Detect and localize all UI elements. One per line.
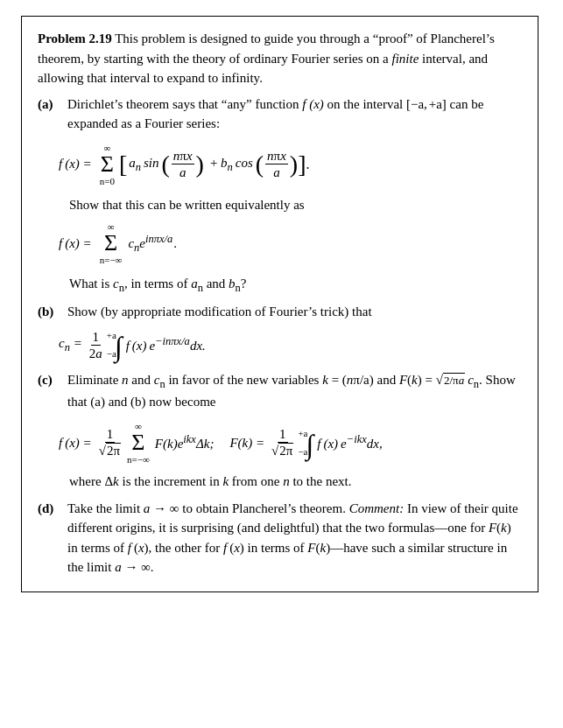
part-a-content: Dirichlet’s theorem says that “any” func… <box>67 94 522 134</box>
eq1-lhs: f (x) = <box>59 154 92 174</box>
eq2-body: cneinπx/a <box>128 231 172 256</box>
comment-label: Comment: <box>349 501 405 515</box>
eq2-sum-sigma: Σ <box>104 232 117 255</box>
part-a-text1: Dirichlet’s theorem says that “any” func… <box>67 97 302 111</box>
part-c-text2: and <box>129 373 154 387</box>
part-c-cn: cn <box>154 373 165 387</box>
eq1-close-bracket: ] <box>298 153 306 175</box>
eq1-frac2: nπx a <box>265 148 288 180</box>
eq2-sum-bot: n=−∞ <box>100 255 123 265</box>
eq4b-body: f (x) e−ikxdx, <box>317 431 382 454</box>
eq4b-integral-wrap: +a −a ∫ <box>298 429 313 457</box>
part-c-text4: and <box>374 373 399 387</box>
equation-3: cn = 1 2a +a −a ∫ f (x) e−inπx/adx. <box>59 329 522 361</box>
part-c-content: Eliminate n and cn in favor of the new v… <box>67 370 522 412</box>
part-d-content: Take the limit a → ∞ to obtain Planchere… <box>67 499 522 578</box>
part-b-text: Show (by appropriate modification of Fou… <box>67 304 372 318</box>
eq3-frac-num: 1 <box>91 329 102 346</box>
eq4b-Fk: F(k) = <box>229 433 264 453</box>
show-text: Show that this can be written equivalent… <box>69 198 305 212</box>
eq4a-frac-num: 1 <box>105 426 116 443</box>
eq1-frac1-num: nπx <box>172 148 194 164</box>
part-c-text3: in favor of the new variables <box>165 373 323 387</box>
part-b: (b) Show (by appropriate modification of… <box>38 302 522 322</box>
eq4b-frac-num: 1 <box>278 426 288 443</box>
part-d-label: (d) <box>38 499 67 519</box>
eq2-sum: ∞ Σ n=−∞ <box>100 221 123 265</box>
part-c: (c) Eliminate n and cn in favor of the n… <box>38 370 522 412</box>
part-a-fx: f (x) <box>302 97 324 111</box>
part-c-label: (c) <box>38 370 67 390</box>
part-a-label: (a) <box>38 94 67 115</box>
eq1-frac2-num: nπx <box>265 148 288 164</box>
delta-k-text: where Δk is the increment in k from one … <box>69 472 522 492</box>
eq3-frac-den: 2a <box>88 346 104 361</box>
eq1-frac2-den: a <box>271 164 282 180</box>
finite-word: finite <box>391 52 419 66</box>
eq1-an: an sin <box>129 153 161 176</box>
part-c-n: n <box>122 373 129 387</box>
eq3-frac: 1 2a <box>88 329 104 361</box>
eq4a-body: F(k)eikxΔk; <box>155 431 215 454</box>
eq1-period: . <box>306 154 310 175</box>
part-c-sqrt-wrap: √2/πa <box>436 373 465 387</box>
equation-2: f (x) = ∞ Σ n=−∞ cneinπx/a . <box>59 221 522 265</box>
part-a: (a) Dirichlet’s theorem says that “any” … <box>38 94 522 134</box>
problem-number: Problem 2.19 <box>38 32 112 46</box>
cn-question-text: What is cn, in terms of an and bn? <box>69 276 247 290</box>
eq1-sum-sigma: Σ <box>101 153 114 176</box>
eq1-plus-bn: + bn cos <box>207 153 256 176</box>
eq4a-frac-den: √2π <box>97 443 123 458</box>
eq4a-sum-sigma: Σ <box>131 431 144 454</box>
eq2-dot: . <box>173 234 177 254</box>
eq3-lhs: cn = <box>59 333 82 356</box>
eq3-body: f (x) e−inπx/adx. <box>126 333 206 356</box>
equation-1: f (x) = ∞ Σ n=0 [ an sin ( nπx a ) + bn … <box>59 143 522 186</box>
problem-box: Problem 2.19 This problem is designed to… <box>21 16 538 592</box>
problem-intro: Problem 2.19 This problem is designed to… <box>38 29 522 88</box>
part-d: (d) Take the limit a → ∞ to obtain Planc… <box>38 499 522 578</box>
eq1-close-paren2: ) <box>290 153 298 175</box>
delta-k-content: where Δk is the increment in k from one … <box>69 474 352 488</box>
part-c-fk: F(k) = <box>399 373 436 387</box>
part-b-content: Show (by appropriate modification of Fou… <box>67 302 522 322</box>
eq1-frac1-den: a <box>178 164 188 180</box>
eq1-frac1: nπx a <box>172 148 194 180</box>
eq4b-frac-den: √2π <box>270 443 295 458</box>
eq1-open-paren1: ( <box>162 153 170 175</box>
part-b-label: (b) <box>38 302 67 322</box>
part-c-k: k = (nπ/a) <box>322 373 374 387</box>
eq1-open-paren2: ( <box>256 153 264 175</box>
part-d-text: Take the limit a → ∞ to obtain Planchere… <box>67 501 349 515</box>
eq1-sum-bot: n=0 <box>100 176 115 186</box>
eq1-close-paren1: ) <box>196 153 204 175</box>
eq4a-sum: ∞ Σ n=−∞ <box>127 421 150 465</box>
show-that-text: Show that this can be written equivalent… <box>69 195 522 215</box>
eq3-integral-wrap: +a −a ∫ <box>107 331 123 359</box>
eq4b-frac: 1 √2π <box>270 426 295 458</box>
eq4a-sum-bot: n=−∞ <box>127 454 150 465</box>
eq2-lhs: f (x) = <box>59 234 92 254</box>
equation-4: f (x) = 1 √2π ∞ Σ n=−∞ F(k)eikxΔk; F(k) … <box>59 421 522 465</box>
cn-question: What is cn, in terms of an and bn? <box>69 274 522 297</box>
eq1-open-bracket: [ <box>119 153 127 175</box>
eq4a-frac: 1 √2π <box>97 426 123 458</box>
part-c-cn2: cn <box>468 373 479 387</box>
eq4a-lhs: f (x) = <box>59 433 92 453</box>
eq4b-integral-sign: ∫ <box>306 433 314 457</box>
part-c-text1: Eliminate <box>67 373 122 387</box>
eq1-sum: ∞ Σ n=0 <box>100 143 115 186</box>
eq3-integral-sign: ∫ <box>115 335 123 359</box>
